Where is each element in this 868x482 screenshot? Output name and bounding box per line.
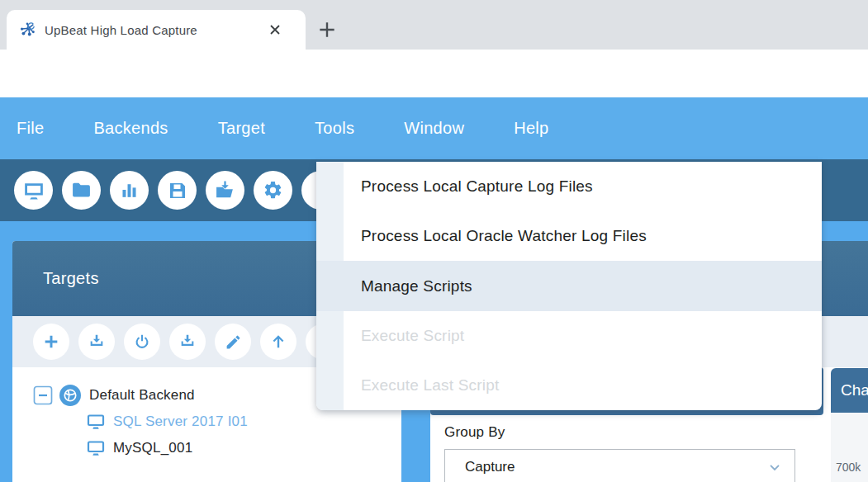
tree-row-mysql[interactable]: MySQL_001 [12, 435, 401, 461]
import-target-button-2[interactable] [169, 324, 206, 360]
add-target-button[interactable] [33, 324, 69, 360]
group-by-label: Group By [444, 424, 505, 441]
monitor-button[interactable] [14, 171, 53, 210]
browser-address-row: app.enteros.com/hlc/# [0, 50, 868, 97]
folder-button[interactable] [62, 171, 101, 210]
browser-tab[interactable]: UpBeat High Load Capture [7, 10, 306, 50]
charts-panel-title: Charts [841, 381, 868, 399]
new-tab-button[interactable] [314, 17, 340, 43]
target-monitor-icon [86, 438, 106, 458]
app-menu-bar: File Backends Target Tools Window Help [0, 97, 868, 159]
y-axis-top-label: 700k [836, 461, 861, 474]
menu-item-execute-script: Execute Script [316, 311, 822, 361]
menu-item-execute-last-script: Execute Last Script [316, 361, 822, 410]
import-target-button[interactable] [78, 324, 115, 360]
backend-globe-icon [59, 384, 82, 407]
menu-target[interactable]: Target [218, 119, 265, 138]
add-icon [42, 333, 60, 351]
menu-help[interactable]: Help [514, 119, 548, 138]
chevron-down-icon [766, 459, 783, 475]
edit-pencil-icon [225, 333, 242, 351]
group-by-value: Capture [465, 459, 766, 475]
charts-panel: Charts 700k [831, 368, 868, 482]
menu-item-process-local-capture-logs[interactable]: Process Local Capture Log Files [316, 162, 822, 211]
menu-tools[interactable]: Tools [315, 119, 354, 138]
edit-target-button[interactable] [215, 324, 251, 360]
tab-close-icon[interactable] [266, 21, 284, 39]
target-monitor-icon [86, 412, 106, 432]
import-button[interactable] [206, 171, 244, 210]
move-up-button[interactable] [260, 324, 296, 360]
bar-chart-icon [119, 180, 140, 201]
gear-icon [263, 180, 283, 201]
power-icon [133, 333, 151, 351]
tree-row-sql-server[interactable]: SQL Server 2017 I01 [12, 409, 401, 435]
save-icon [168, 181, 187, 201]
menu-item-process-local-oracle-watcher-logs[interactable]: Process Local Oracle Watcher Log Files [316, 211, 822, 261]
menu-window[interactable]: Window [404, 119, 464, 138]
charts-panel-body: 700k [831, 413, 868, 482]
tools-menu: Process Local Capture Log Files Process … [316, 162, 822, 410]
settings-button[interactable] [254, 171, 292, 210]
browser-tab-strip: UpBeat High Load Capture [0, 0, 868, 50]
folder-icon [71, 180, 92, 201]
menu-backends[interactable]: Backends [93, 119, 168, 138]
menu-item-manage-scripts[interactable]: Manage Scripts [316, 261, 822, 311]
power-target-button[interactable] [124, 324, 160, 360]
menu-file[interactable]: File [17, 119, 44, 138]
import-tray-icon [88, 333, 106, 351]
monitor-icon [23, 180, 45, 201]
tree-label-mysql: MySQL_001 [113, 440, 192, 456]
folder-download-icon [215, 180, 235, 201]
charts-panel-header: Charts [831, 368, 868, 413]
tab-title: UpBeat High Load Capture [45, 23, 266, 37]
collapse-minus-icon[interactable] [33, 385, 53, 405]
targets-panel-title: Targets [43, 269, 99, 288]
group-by-select[interactable]: Capture [444, 449, 795, 482]
arrow-up-icon [269, 333, 287, 351]
chart-button[interactable] [110, 171, 149, 210]
tree-label-backend: Default Backend [89, 387, 195, 404]
import-tray-icon [178, 333, 197, 351]
tree-label-sql-server: SQL Server 2017 I01 [113, 413, 248, 430]
favicon-network-icon [18, 21, 36, 39]
save-button[interactable] [158, 171, 197, 210]
